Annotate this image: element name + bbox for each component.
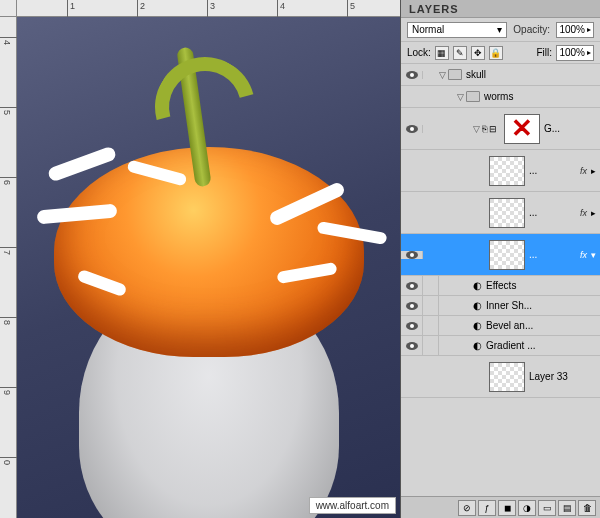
fx-expand-icon[interactable]: ▾: [591, 250, 596, 260]
adjustment-layer-button[interactable]: ◑: [518, 500, 536, 516]
ruler-v-tick: 8: [2, 320, 12, 325]
ruler-corner: [0, 0, 17, 17]
lock-fill-row: Lock: ▦ ✎ ✥ 🔒 Fill: 100%: [401, 42, 600, 64]
link-col[interactable]: [423, 276, 439, 296]
effect-bevel[interactable]: ◐ Bevel an...: [401, 316, 600, 336]
ruler-v-tick: 5: [2, 110, 12, 115]
folder-icon: [448, 69, 462, 80]
layer-name[interactable]: Layer 33: [529, 371, 600, 382]
visibility-eye-icon[interactable]: [406, 71, 418, 79]
visibility-eye-icon[interactable]: [406, 125, 418, 133]
ruler-v-tick: 7: [2, 250, 12, 255]
effect-name: Bevel an...: [486, 320, 533, 331]
blend-mode-value: Normal: [412, 24, 444, 35]
fill-input[interactable]: 100%: [556, 45, 594, 61]
effects-label: Effects: [486, 280, 516, 291]
fx-badge[interactable]: fx: [580, 208, 587, 218]
layer-row-selected[interactable]: ... fx ▾: [401, 234, 600, 276]
layer-thumbnail[interactable]: [489, 240, 525, 270]
link-col[interactable]: [423, 296, 439, 316]
fx-collapse-icon[interactable]: ▸: [591, 208, 596, 218]
lock-position-icon[interactable]: ✥: [471, 46, 485, 60]
twisty-down-icon[interactable]: ▽: [473, 124, 480, 134]
opacity-label: Opacity:: [513, 24, 550, 35]
twisty-down-icon[interactable]: ▽: [457, 92, 464, 102]
visibility-eye-icon[interactable]: [406, 282, 418, 290]
layers-list[interactable]: ▽ skull ▽ worms ▽ ⎘ ⊟ ✕ G...: [401, 64, 600, 496]
lock-label: Lock:: [407, 47, 431, 58]
watermark: www.alfoart.com: [309, 497, 396, 514]
link-icon: ⊟: [489, 124, 497, 134]
ruler-v-tick: 9: [2, 390, 12, 395]
ruler-h-tick: 3: [210, 1, 215, 11]
fill-value: 100%: [559, 47, 585, 58]
ruler-h-tick: 2: [140, 1, 145, 11]
lock-transparency-icon[interactable]: ▦: [435, 46, 449, 60]
layer-row-fx1[interactable]: ... fx ▸: [401, 150, 600, 192]
visibility-eye-icon[interactable]: [406, 342, 418, 350]
layer-name[interactable]: skull: [466, 69, 600, 80]
layer-mask-thumbnail[interactable]: ✕: [504, 114, 540, 144]
layer-group-skull[interactable]: ▽ skull: [401, 64, 600, 86]
new-layer-button[interactable]: ▤: [558, 500, 576, 516]
folder-icon: [466, 91, 480, 102]
layer-thumbnail[interactable]: [489, 198, 525, 228]
layer-mask-button[interactable]: ◼: [498, 500, 516, 516]
effect-inner-shadow[interactable]: ◐ Inner Sh...: [401, 296, 600, 316]
fill-label: Fill:: [536, 47, 552, 58]
effect-bullet-icon: ◐: [473, 340, 482, 351]
ruler-v-tick: 4: [2, 40, 12, 45]
link-col[interactable]: [423, 336, 439, 356]
ruler-horizontal: 1 2 3 4 5: [17, 0, 400, 17]
ruler-h-tick: 1: [70, 1, 75, 11]
effect-gradient[interactable]: ◐ Gradient ...: [401, 336, 600, 356]
fx-badge[interactable]: fx: [580, 166, 587, 176]
ruler-vertical: 4 5 6 7 8 9 0: [0, 17, 17, 518]
visibility-eye-icon[interactable]: [406, 302, 418, 310]
ruler-h-tick: 4: [280, 1, 285, 11]
layer-row-33[interactable]: Layer 33: [401, 356, 600, 398]
layers-panel: LAYERS Normal Opacity: 100% Lock: ▦ ✎ ✥ …: [400, 0, 600, 518]
layers-tab[interactable]: LAYERS: [401, 0, 600, 18]
layers-panel-footer: ⊘ ƒ ◼ ◑ ▭ ▤ 🗑: [401, 496, 600, 518]
layer-name[interactable]: ...: [529, 249, 580, 260]
visibility-eye-icon[interactable]: [406, 322, 418, 330]
new-group-button[interactable]: ▭: [538, 500, 556, 516]
layer-name[interactable]: ...: [529, 165, 580, 176]
clip-icon: ⎘: [482, 124, 487, 134]
artwork-image: [17, 17, 400, 518]
layer-row-fx2[interactable]: ... fx ▸: [401, 192, 600, 234]
layer-name[interactable]: worms: [484, 91, 600, 102]
blend-mode-select[interactable]: Normal: [407, 22, 507, 38]
effects-icon: ◐: [473, 280, 482, 291]
blend-opacity-row: Normal Opacity: 100%: [401, 18, 600, 42]
effect-bullet-icon: ◐: [473, 320, 482, 331]
effect-name: Gradient ...: [486, 340, 535, 351]
fx-collapse-icon[interactable]: ▸: [591, 166, 596, 176]
layer-style-button[interactable]: ƒ: [478, 500, 496, 516]
fx-badge[interactable]: fx: [580, 250, 587, 260]
layer-name[interactable]: ...: [529, 207, 580, 218]
layer-name[interactable]: G...: [544, 123, 600, 134]
link-layers-button[interactable]: ⊘: [458, 500, 476, 516]
ruler-v-tick: 6: [2, 180, 12, 185]
twisty-down-icon[interactable]: ▽: [439, 70, 446, 80]
visibility-eye-icon[interactable]: [406, 251, 418, 259]
lock-all-icon[interactable]: 🔒: [489, 46, 503, 60]
delete-layer-button[interactable]: 🗑: [578, 500, 596, 516]
lock-pixels-icon[interactable]: ✎: [453, 46, 467, 60]
document-canvas[interactable]: [17, 17, 400, 518]
disabled-mask-x-icon: ✕: [505, 115, 539, 143]
opacity-value: 100%: [559, 24, 585, 35]
layer-group-worms[interactable]: ▽ worms: [401, 86, 600, 108]
effect-bullet-icon: ◐: [473, 300, 482, 311]
link-col[interactable]: [423, 316, 439, 336]
effects-header: ◐ Effects: [401, 276, 600, 296]
opacity-input[interactable]: 100%: [556, 22, 594, 38]
ruler-v-tick: 0: [2, 460, 12, 465]
ruler-h-tick: 5: [350, 1, 355, 11]
layer-thumbnail[interactable]: [489, 156, 525, 186]
effect-name: Inner Sh...: [486, 300, 532, 311]
layer-row-g[interactable]: ▽ ⎘ ⊟ ✕ G...: [401, 108, 600, 150]
layer-thumbnail[interactable]: [489, 362, 525, 392]
